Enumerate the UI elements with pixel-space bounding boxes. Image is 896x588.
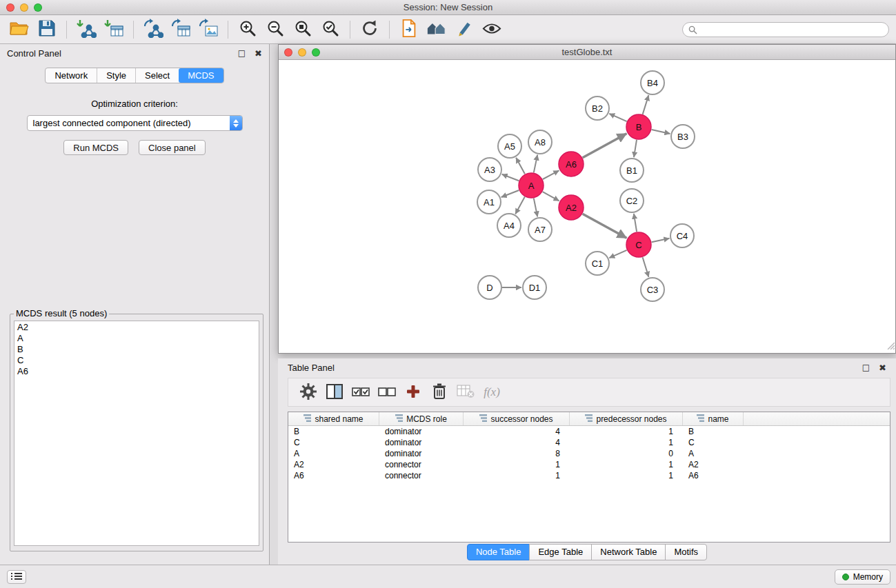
mcds-result-item[interactable]: A6 bbox=[17, 366, 256, 377]
table-row[interactable]: A2connector11A2 bbox=[288, 459, 890, 470]
memory-button[interactable]: Memory bbox=[835, 569, 890, 585]
add-column-button[interactable] bbox=[400, 381, 426, 404]
import-table-button[interactable] bbox=[100, 17, 128, 42]
network-minimize-button[interactable] bbox=[298, 48, 306, 57]
mcds-result-item[interactable]: B bbox=[17, 344, 256, 355]
graph-edge-A-A5[interactable] bbox=[516, 158, 525, 174]
node-table[interactable]: shared nameMCDS rolesuccessor nodesprede… bbox=[288, 412, 890, 543]
snapshot-button[interactable] bbox=[395, 17, 423, 42]
select-all-rows-button[interactable] bbox=[348, 381, 374, 404]
minimize-window-button[interactable] bbox=[20, 3, 28, 12]
toggle-columns-button[interactable] bbox=[321, 381, 348, 404]
table-row[interactable]: A6connector11A6 bbox=[288, 470, 890, 481]
tab-style[interactable]: Style bbox=[97, 68, 135, 83]
network-zoom-button[interactable] bbox=[312, 48, 320, 57]
tab-edge-table[interactable]: Edge Table bbox=[529, 544, 592, 560]
column-header-mcds-role[interactable]: MCDS role bbox=[379, 412, 464, 425]
delete-table-icon bbox=[457, 385, 475, 401]
memory-status-icon bbox=[842, 574, 849, 580]
mcds-result-list[interactable]: A2ABCA6 bbox=[14, 321, 259, 546]
close-window-button[interactable] bbox=[6, 3, 14, 12]
table-row[interactable]: Adominator80A bbox=[288, 448, 890, 459]
graph-edge-B-B2[interactable] bbox=[609, 114, 626, 121]
import-network-button[interactable] bbox=[72, 17, 100, 42]
refresh-button[interactable] bbox=[356, 17, 384, 42]
network-window[interactable]: testGlobe.txt B4B2BB3A5A8A6B1A3AC2A1A2A4… bbox=[278, 44, 896, 354]
network-canvas[interactable]: B4B2BB3A5A8A6B1A3AC2A1A2A4A7C4CC1C3DD1 bbox=[279, 60, 895, 353]
mcds-result-item[interactable]: A bbox=[17, 333, 256, 344]
delete-column-button[interactable] bbox=[426, 381, 452, 404]
tab-mcds[interactable]: MCDS bbox=[179, 68, 223, 83]
table-settings-button[interactable] bbox=[295, 381, 321, 404]
criterion-dropdown[interactable]: largest connected component (directed) bbox=[27, 115, 243, 131]
function-builder-button[interactable]: f(x) bbox=[479, 381, 505, 404]
mcds-result-item[interactable]: A2 bbox=[17, 322, 256, 333]
column-header-shared-name[interactable]: shared name bbox=[288, 412, 379, 425]
graph-edge-C-C2[interactable] bbox=[634, 214, 637, 232]
graph-edge-C-C1[interactable] bbox=[609, 250, 626, 258]
deselect-all-rows-button[interactable] bbox=[374, 381, 400, 404]
float-panel-icon[interactable]: □ bbox=[238, 49, 246, 57]
tab-select[interactable]: Select bbox=[135, 68, 179, 83]
table-cell: A6 bbox=[683, 471, 744, 480]
network-canvas-svg[interactable]: B4B2BB3A5A8A6B1A3AC2A1A2A4A7C4CC1C3DD1 bbox=[279, 60, 895, 353]
close-panel-icon[interactable]: ✖ bbox=[879, 363, 886, 372]
graph-edge-A-A3[interactable] bbox=[502, 174, 519, 181]
zoom-in-button[interactable] bbox=[234, 17, 261, 42]
graph-edge-B-B1[interactable] bbox=[634, 140, 637, 157]
graph-edge-A-A2[interactable] bbox=[543, 192, 559, 201]
graph-node-label: A1 bbox=[484, 197, 495, 207]
table-row[interactable]: Cdominator41C bbox=[288, 437, 890, 448]
graph-edge-A-A7[interactable] bbox=[534, 199, 537, 217]
graph-edge-A-A8[interactable] bbox=[534, 155, 537, 173]
window-titlebar[interactable]: Session: New Session bbox=[0, 0, 896, 15]
search-input[interactable] bbox=[682, 22, 889, 37]
unchecked-boxes-icon bbox=[378, 386, 396, 399]
graph-edge-B-B4[interactable] bbox=[643, 95, 649, 114]
zoom-out-button[interactable] bbox=[261, 17, 289, 42]
network-traffic-lights bbox=[284, 48, 320, 57]
table-cell: C bbox=[288, 438, 379, 447]
network-window-titlebar[interactable]: testGlobe.txt bbox=[279, 45, 895, 60]
save-session-button[interactable] bbox=[33, 17, 61, 42]
zoom-window-button[interactable] bbox=[34, 3, 42, 12]
show-hide-button[interactable] bbox=[478, 17, 506, 42]
tab-network-table[interactable]: Network Table bbox=[591, 544, 666, 560]
show-panel-button[interactable] bbox=[7, 570, 26, 584]
delete-table-button[interactable] bbox=[452, 381, 479, 404]
tab-node-table[interactable]: Node Table bbox=[467, 544, 530, 560]
column-header-predecessor-nodes[interactable]: predecessor nodes bbox=[570, 412, 683, 425]
graph-edge-A-A1[interactable] bbox=[501, 190, 519, 197]
graph-edge-A2-C[interactable] bbox=[583, 214, 627, 238]
network-close-button[interactable] bbox=[284, 48, 292, 57]
column-header-name[interactable]: name bbox=[683, 412, 744, 425]
zoom-fit-button[interactable] bbox=[289, 17, 317, 42]
graph-edge-C-C3[interactable] bbox=[643, 257, 649, 277]
home-button[interactable] bbox=[423, 17, 450, 42]
export-network-button[interactable] bbox=[139, 17, 167, 42]
float-panel-icon[interactable]: □ bbox=[862, 363, 870, 372]
zoom-selected-button[interactable] bbox=[317, 17, 344, 42]
graph-edge-C-C4[interactable] bbox=[652, 239, 670, 242]
graph-edge-A6-B[interactable] bbox=[583, 134, 627, 158]
annotation-button[interactable] bbox=[450, 17, 478, 42]
graph-edge-A-A6[interactable] bbox=[543, 170, 559, 179]
export-image-button[interactable] bbox=[195, 17, 222, 42]
graph-edge-A-A4[interactable] bbox=[515, 197, 525, 214]
gear-icon bbox=[300, 383, 317, 402]
column-header-successor-nodes[interactable]: successor nodes bbox=[464, 412, 570, 425]
tab-motifs[interactable]: Motifs bbox=[665, 544, 707, 560]
graph-node-label: A5 bbox=[504, 141, 515, 152]
tab-network[interactable]: Network bbox=[46, 68, 97, 83]
mcds-result-item[interactable]: C bbox=[17, 355, 256, 366]
resize-grip-icon[interactable] bbox=[886, 340, 895, 352]
export-table-button[interactable] bbox=[167, 17, 195, 42]
graph-edge-B-B3[interactable] bbox=[652, 130, 670, 134]
close-panel-button[interactable]: Close panel bbox=[139, 140, 206, 155]
table-row[interactable]: Bdominator41B bbox=[288, 426, 890, 437]
memory-label: Memory bbox=[853, 572, 883, 582]
open-session-button[interactable] bbox=[6, 17, 33, 42]
run-mcds-button[interactable]: Run MCDS bbox=[63, 140, 128, 155]
table-cell: 1 bbox=[464, 471, 570, 480]
close-panel-icon[interactable]: ✖ bbox=[255, 49, 262, 58]
